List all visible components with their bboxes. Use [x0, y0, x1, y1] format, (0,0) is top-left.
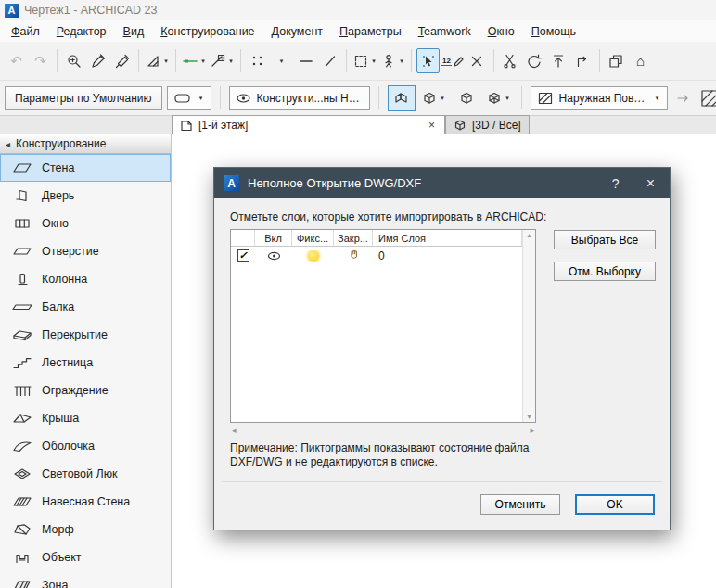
dialog-title-bar[interactable]: A Неполное Открытие DWG/DXF ? × — [214, 168, 670, 198]
chevron-down-icon[interactable]: ▾ — [199, 58, 207, 65]
sidebar-item-object[interactable]: Объект — [0, 543, 171, 571]
home-button[interactable]: ⌂ — [629, 48, 652, 73]
menu-teamwork[interactable]: Teamwork — [410, 22, 479, 41]
pick-parameters-button[interactable] — [86, 48, 109, 73]
chevron-down-icon[interactable]: ▾ — [162, 58, 170, 65]
sidebar-item-beam[interactable]: Балка — [0, 293, 171, 321]
grid-snap-button[interactable] — [246, 48, 269, 73]
tab-bar: [1-й этаж] × [3D / Все] — [0, 116, 716, 134]
table-row[interactable]: ✓ 0 — [231, 247, 522, 264]
toolbox-header[interactable]: ◂ Конструирование — [0, 134, 171, 154]
menu-document[interactable]: Документ — [263, 22, 331, 41]
sidebar-item-stair[interactable]: Лестница — [0, 349, 171, 377]
toolbar-separator — [220, 86, 221, 109]
ok-button[interactable]: OK — [575, 494, 655, 515]
menu-view[interactable]: Вид — [115, 22, 153, 41]
menu-design[interactable]: Конструирование — [152, 22, 262, 41]
column-layer-name[interactable]: Имя Слоя — [373, 230, 522, 246]
cursor-snap-button[interactable] — [416, 48, 440, 73]
menu-options[interactable]: Параметры — [331, 22, 410, 41]
sidebar-item-roof[interactable]: Крыша — [0, 404, 171, 432]
sidebar-item-curtain-wall[interactable]: Навесная Стена — [0, 488, 171, 516]
virtual-trace-button[interactable]: ▾ — [379, 48, 406, 73]
adjust-button[interactable] — [523, 48, 546, 73]
sidebar-item-shell[interactable]: Оболочка — [0, 432, 171, 460]
column-visible[interactable]: Вкл — [255, 230, 292, 246]
select-all-button[interactable]: Выбрать Все — [554, 230, 656, 249]
tab-close-icon[interactable]: × — [427, 119, 437, 132]
close-button[interactable]: × — [641, 175, 660, 192]
tab-floor-label: [1-й этаж] — [198, 119, 248, 132]
column-check[interactable] — [231, 230, 255, 246]
zoom-tool-button[interactable] — [62, 48, 85, 73]
trim-button[interactable] — [571, 48, 595, 73]
sidebar-item-label: Стена — [42, 161, 74, 174]
vertical-scrollbar[interactable]: ▴ ▾ — [522, 230, 535, 422]
scroll-up-icon[interactable]: ▴ — [527, 231, 531, 239]
sidebar-item-wall[interactable]: Стена — [0, 154, 171, 182]
layer-dropdown[interactable]: Конструкти...ны Несущие — [229, 86, 370, 110]
column-frozen[interactable]: Фикс... — [292, 230, 334, 246]
gravity-button[interactable] — [294, 48, 317, 73]
view-3d-box-button[interactable]: ▾ — [420, 85, 448, 111]
marquee-button[interactable]: ▾ — [352, 48, 378, 73]
surface-dropdown[interactable]: Наружная Пове...▾ — [531, 86, 668, 110]
relative-coordinates-button[interactable] — [318, 48, 341, 73]
menu-help[interactable]: Помощь — [523, 22, 584, 41]
object-chair-icon — [10, 550, 34, 565]
layer-checkbox[interactable]: ✓ — [237, 249, 249, 262]
horizontal-scrollbar[interactable]: ◂ ▸ — [230, 425, 536, 436]
elevate-button[interactable] — [547, 48, 570, 73]
cancel-button[interactable]: Отменить — [480, 494, 560, 515]
inject-parameters-button[interactable] — [110, 48, 134, 73]
snap-references-button[interactable]: xy▾ — [209, 48, 236, 73]
collapse-icon[interactable]: ◂ — [6, 139, 10, 149]
scroll-left-icon[interactable]: ◂ — [232, 426, 237, 435]
chevron-down-icon[interactable]: ▾ — [370, 58, 377, 65]
view-3d-wire-button[interactable]: ▾ — [485, 85, 513, 111]
tab-3d[interactable]: [3D / Все] — [445, 115, 530, 134]
redo-button[interactable]: ↷ — [29, 48, 52, 73]
sidebar-item-column[interactable]: Колонна — [0, 265, 171, 293]
sidebar-item-morph[interactable]: Морф — [0, 516, 171, 543]
guide-lines-button[interactable]: ▾ — [181, 48, 208, 73]
column-locked[interactable]: Закр... — [334, 230, 373, 246]
wall-geometry-dropdown[interactable]: ▾ — [167, 86, 211, 110]
sidebar-item-railing[interactable]: Ограждение — [0, 377, 171, 404]
menu-window[interactable]: Окно — [479, 22, 523, 41]
tab-floor-plan[interactable]: [1-й этаж] × — [172, 115, 445, 134]
view-3d-walls-button[interactable] — [388, 85, 416, 111]
coordinate-input-button[interactable]: 12 — [441, 48, 465, 73]
set-square-button[interactable]: ▾ — [144, 48, 171, 73]
scroll-right-icon[interactable]: ▸ — [530, 426, 534, 435]
sidebar-item-label: Объект — [42, 551, 82, 564]
menu-file[interactable]: Файл — [3, 22, 48, 41]
sun-icon — [308, 250, 319, 262]
view-3d-solid-button[interactable] — [453, 85, 480, 111]
default-settings-button[interactable]: Параметры по Умолчанию — [5, 86, 162, 110]
undo-button[interactable]: ↶ — [5, 48, 28, 73]
chevron-down-icon[interactable]: ▾ — [439, 95, 446, 102]
grid-snap-caret-button[interactable]: ▾ — [270, 48, 293, 73]
chevron-down-icon[interactable]: ▾ — [398, 58, 405, 65]
menu-edit[interactable]: Редактор — [48, 22, 115, 41]
sidebar-item-window[interactable]: Окно — [0, 210, 171, 237]
sidebar-item-zone[interactable]: Зона — [0, 571, 171, 588]
sidebar-item-door[interactable]: Дверь — [0, 182, 171, 210]
sidebar-item-opening[interactable]: Отверстие — [0, 237, 171, 265]
drawing-canvas[interactable]: A Неполное Открытие DWG/DXF ? × Отметьте… — [172, 134, 716, 588]
arrow-right-icon — [675, 90, 692, 107]
scroll-down-icon[interactable]: ▾ — [527, 413, 531, 421]
deselect-button[interactable]: Отм. Выборку — [554, 262, 656, 281]
remove-snap-button[interactable] — [466, 48, 489, 73]
chevron-down-icon[interactable]: ▾ — [504, 95, 511, 102]
help-button[interactable]: ? — [599, 176, 633, 191]
sidebar-item-slab[interactable]: Перекрытие — [0, 321, 171, 349]
sidebar-item-skylight[interactable]: Световой Люк — [0, 460, 171, 488]
sidebar-item-label: Перекрытие — [42, 328, 108, 341]
archicad-logo-icon: A — [5, 4, 19, 18]
apply-surface-button[interactable] — [672, 85, 696, 110]
arrange-windows-button[interactable] — [605, 48, 628, 73]
chevron-down-icon[interactable]: ▾ — [227, 58, 235, 65]
split-button[interactable] — [499, 48, 522, 73]
